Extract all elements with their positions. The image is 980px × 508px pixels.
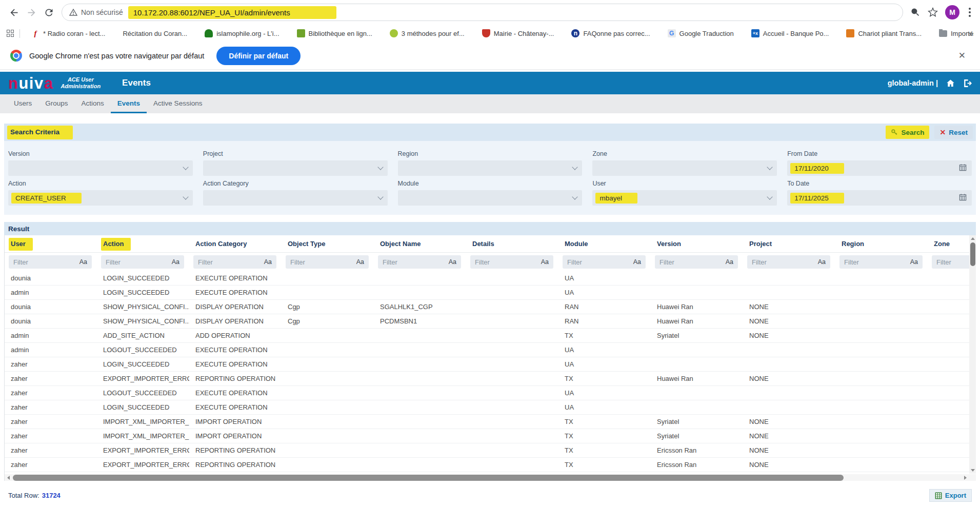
column-header-version[interactable]: Version [651, 240, 743, 248]
home-icon[interactable] [946, 79, 955, 88]
bookmark-item[interactable]: Chariot pliant Trans... [846, 29, 922, 37]
table-row[interactable]: douniaSHOW_PHYSICAL_CONFI...DISPLAY OPER… [5, 300, 976, 314]
filter-input-project[interactable]: FilterAa [747, 255, 830, 269]
table-row[interactable]: zaherEXPORT_IMPORTER_ERRO...REPORTING OP… [5, 443, 976, 458]
field-to-date[interactable]: 17/11/2025 [787, 190, 972, 206]
filter-input-user[interactable]: FilterAa [9, 255, 92, 269]
column-header-user[interactable]: User [5, 240, 97, 248]
table-row[interactable]: zaherIMPORT_XML_IMPORTER_...IMPORT OPERA… [5, 415, 976, 429]
calendar-icon[interactable] [959, 164, 967, 173]
field-version[interactable] [8, 160, 193, 176]
bookmark-item[interactable]: islamophile.org - L'i... [205, 29, 279, 37]
logout-icon[interactable] [963, 79, 972, 88]
bookmark-item[interactable]: f* Radio coran - lect... [31, 29, 105, 37]
filter-input-action[interactable]: FilterAa [101, 255, 184, 269]
chevron-down-icon[interactable] [572, 194, 578, 199]
table-row[interactable]: zaherLOGOUT_SUCCEEDEDEXECUTE OPERATIONUA [5, 386, 976, 400]
column-header-details[interactable]: Details [466, 240, 558, 248]
tab-active-sessions[interactable]: Active Sessions [147, 94, 209, 113]
filter-input-action-category[interactable]: FilterAa [193, 255, 276, 269]
field-action[interactable]: CREATE_USER [8, 190, 193, 206]
chevron-down-icon[interactable] [183, 164, 188, 170]
bookmark-item[interactable]: Mairie - Châtenay-... [482, 29, 554, 37]
chevron-down-icon[interactable] [183, 194, 188, 199]
search-button[interactable]: Search [886, 126, 929, 139]
back-icon[interactable] [5, 4, 23, 21]
bookmark-item[interactable]: +xAccueil - Banque Po... [751, 29, 829, 37]
chevron-down-icon[interactable] [767, 194, 773, 199]
profile-avatar[interactable]: M [945, 5, 959, 19]
bookmark-item[interactable]: 3 méthodes pour ef... [390, 29, 465, 37]
banner-close-icon[interactable]: ✕ [954, 48, 970, 63]
filter-input-object-type[interactable]: FilterAa [286, 255, 369, 269]
chevron-down-icon[interactable] [377, 194, 383, 199]
column-header-object-name[interactable]: Object Name [374, 240, 466, 248]
column-header-object-type[interactable]: Object Type [282, 240, 374, 248]
set-default-button[interactable]: Définir par défaut [216, 47, 301, 65]
case-sensitivity-toggle[interactable]: Aa [356, 258, 364, 266]
column-header-zone[interactable]: Zone [928, 240, 976, 248]
bookmark-item[interactable]: Bibliothèque en lign... [297, 29, 372, 37]
case-sensitivity-toggle[interactable]: Aa [449, 258, 456, 266]
table-row[interactable]: zaherLOGIN_SUCCEEDEDEXECUTE OPERATIONUA [5, 357, 976, 372]
table-row[interactable]: adminLOGOUT_SUCCEEDEDEXECUTE OPERATIONUA [5, 343, 976, 357]
bookmark-item[interactable]: Récitation du Coran... [123, 30, 187, 37]
case-sensitivity-toggle[interactable]: Aa [633, 258, 641, 266]
scroll-up-arrow-icon[interactable] [969, 235, 976, 242]
tab-actions[interactable]: Actions [75, 94, 111, 113]
field-zone[interactable] [592, 160, 777, 176]
tab-groups[interactable]: Groups [38, 94, 74, 113]
bookmark-item[interactable]: nFAQonne pas correc... [571, 29, 650, 37]
filter-input-version[interactable]: FilterAa [655, 255, 738, 269]
case-sensitivity-toggle[interactable]: Aa [726, 258, 733, 266]
case-sensitivity-toggle[interactable]: Aa [172, 258, 179, 266]
reload-icon[interactable] [40, 4, 57, 21]
table-row[interactable]: adminADD_SITE_ACTIONADD OPERATIONTXSyria… [5, 329, 976, 343]
case-sensitivity-toggle[interactable]: Aa [910, 258, 918, 266]
case-sensitivity-toggle[interactable]: Aa [818, 258, 826, 266]
browser-menu-icon[interactable] [967, 8, 973, 17]
vertical-scroll-thumb[interactable] [970, 242, 975, 266]
scroll-left-arrow-icon[interactable] [7, 476, 10, 480]
bookmarks-overflow-chevron[interactable]: » [969, 29, 972, 38]
filter-input-object-name[interactable]: FilterAa [378, 255, 461, 269]
tab-events[interactable]: Events [111, 94, 147, 113]
horizontal-scroll-thumb[interactable] [13, 475, 844, 481]
bookmark-item[interactable]: GGoogle Traduction [668, 29, 734, 37]
field-project[interactable] [203, 160, 388, 176]
table-row[interactable]: adminLOGIN_SUCCEEDEDEXECUTE OPERATIONUA [5, 286, 976, 300]
table-row[interactable]: douniaSHOW_PHYSICAL_CONFI...DISPLAY OPER… [5, 314, 976, 329]
calendar-icon[interactable] [959, 193, 967, 202]
chevron-down-icon[interactable] [767, 164, 773, 170]
reset-button[interactable]: ✕ Reset [934, 126, 973, 139]
column-header-region[interactable]: Region [835, 240, 928, 248]
column-header-project[interactable]: Project [743, 240, 835, 248]
chevron-down-icon[interactable] [377, 164, 383, 170]
scroll-right-arrow-icon[interactable] [964, 476, 967, 480]
search-icon[interactable] [910, 7, 921, 17]
filter-input-module[interactable]: FilterAa [563, 255, 646, 269]
table-row[interactable]: zaherIMPORT_XML_IMPORTER_...IMPORT OPERA… [5, 429, 976, 443]
url-text[interactable]: 10.172.20.88:6012/NEP_UA_UI/admin/events [128, 6, 336, 19]
security-label[interactable]: Non sécurisé [81, 8, 123, 16]
column-header-module[interactable]: Module [558, 240, 651, 248]
field-from-date[interactable]: 17/11/2020 [787, 160, 972, 176]
table-row[interactable]: zaherLOGIN_SUCCEEDEDEXECUTE OPERATIONUA [5, 400, 976, 415]
filter-input-details[interactable]: FilterAa [470, 255, 553, 269]
field-action-category[interactable] [203, 190, 388, 206]
export-button[interactable]: Export [929, 489, 972, 502]
field-user[interactable]: mbayel [592, 190, 777, 206]
table-row[interactable]: zaherEXPORT_IMPORTER_ERRO...REPORTING OP… [5, 458, 976, 472]
field-module[interactable] [398, 190, 583, 206]
apps-grid-icon[interactable] [6, 29, 14, 37]
forward-icon[interactable] [23, 4, 40, 21]
column-header-action-category[interactable]: Action Category [189, 240, 282, 248]
bookmark-star-icon[interactable] [928, 7, 938, 17]
tab-users[interactable]: Users [7, 94, 38, 113]
vertical-scrollbar[interactable] [969, 235, 976, 474]
table-row[interactable]: zaherEXPORT_IMPORTER_ERRO...REPORTING OP… [5, 372, 976, 386]
scroll-down-arrow-icon[interactable] [969, 467, 976, 474]
field-region[interactable] [398, 160, 583, 176]
case-sensitivity-toggle[interactable]: Aa [79, 258, 87, 266]
chevron-down-icon[interactable] [572, 164, 578, 170]
